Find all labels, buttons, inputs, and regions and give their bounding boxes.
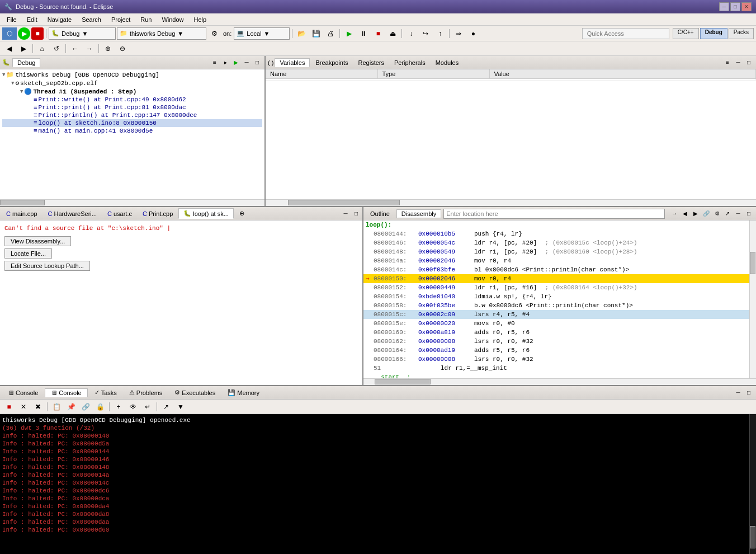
stack-frame-3[interactable]: ≡ loop() at sketch.ino:8 0x8000150 [2,119,262,127]
stack-frame-2[interactable]: ≡ Print::println() at Print.cpp:147 0x80… [2,111,262,119]
quick-access-input[interactable] [582,28,669,39]
dis-row-7[interactable]: 08000154: 0xbde81040 ldmia.w sp!, {r4, l… [363,292,749,301]
maximize-button[interactable]: □ [730,2,740,11]
perspective-packs[interactable]: Packs [729,28,754,39]
vars-minimize-btn[interactable]: ─ [733,58,743,68]
dis-row-14[interactable]: 08000166: 0x00000008 lsrs r0, r0, #32 [363,355,749,364]
source-tab-hardware[interactable]: C HardwareSeri... [43,209,102,219]
console-export-btn[interactable]: ↗ [159,401,173,413]
console-wrap-btn[interactable]: ↵ [141,401,154,413]
console-dropdown-btn[interactable]: ▼ [174,401,187,413]
open-file-button[interactable]: 📂 [295,27,308,40]
dis-prev-button[interactable]: ◀ [680,209,690,219]
source-tab-main[interactable]: C main.cpp [1,209,42,219]
project-combo[interactable]: 📁 thisworks Debug ▼ [117,27,206,40]
dis-row-15[interactable]: 51 ldr r1,=__msp_init [363,364,749,373]
project-settings-button[interactable]: ⚙ [207,27,221,40]
dis-go-button[interactable]: → [669,209,679,219]
tab-modules[interactable]: Modules [431,59,464,67]
vars-collapse-btn[interactable]: ≡ [722,58,733,68]
close-button[interactable]: ✕ [741,2,752,11]
stack-frame-1[interactable]: ≡ Print::print() at Print.cpp:81 0x8000d… [2,104,262,111]
tab-registers[interactable]: Registers [354,59,389,67]
locate-file-button[interactable]: Locate File... [4,248,52,259]
debug-maximize-btn[interactable]: □ [252,58,262,68]
dis-row-9[interactable]: 0800015c: 0x00002c09 lsrs r4, r5, #4 [363,310,749,319]
console-sync-btn[interactable]: 🔗 [79,401,92,413]
step-into-button[interactable]: ↓ [404,27,418,40]
debug-session-item[interactable]: ▼ 📁 thisworks Debug [GDB OpenOCD Debuggi… [2,71,262,79]
perspective-cpp[interactable]: C/C++ [673,28,699,39]
zoom-in-button[interactable]: ⊕ [101,43,115,55]
step-return-button[interactable]: ↑ [433,27,447,40]
source-minimize-btn[interactable]: ─ [341,209,351,219]
perspective-debug[interactable]: Debug [700,28,727,39]
dis-row-13[interactable]: 08000164: 0x0000ad19 adds r5, r5, r6 [363,346,749,355]
dis-row-11[interactable]: 08000160: 0x0000a819 adds r0, r5, r6 [363,328,749,337]
refresh-button[interactable]: ↺ [50,43,63,55]
save-button[interactable]: 💾 [309,27,323,40]
toggle-breakpoint-button[interactable]: ● [466,27,480,40]
console-stop-btn[interactable]: ■ [2,401,16,413]
vars-h-scrollbar[interactable] [266,199,756,206]
tab-variables[interactable]: Variables [275,58,310,67]
edit-source-lookup-button[interactable]: Edit Source Lookup Path... [4,261,90,271]
debug-combo[interactable]: 🐛 Debug ▼ [49,27,116,40]
run-button[interactable]: ▶ [18,27,30,40]
minimize-button[interactable]: ─ [719,2,729,11]
dis-settings-button[interactable]: ⚙ [712,209,722,219]
dis-sync-button[interactable]: 🔗 [701,209,711,219]
console-clear-btn[interactable]: ✕ [17,401,30,413]
resume-button[interactable]: ▶ [342,27,356,40]
menu-file[interactable]: File [2,15,21,24]
menu-window[interactable]: Window [157,15,188,24]
back-button[interactable]: ◀ [2,43,16,55]
menu-edit[interactable]: Edit [22,15,42,24]
dis-row-3[interactable]: 0800014a: 0x00002046 mov r0, r4 [363,256,749,265]
outline-tab[interactable]: Outline [366,210,394,218]
console-pin-btn[interactable]: 📌 [64,401,78,413]
source-tab-loop[interactable]: 🐛 loop() at sk... [178,208,234,219]
tab-peripherals[interactable]: Peripherals [390,59,430,67]
menu-run[interactable]: Run [136,15,156,24]
dis-maximize-btn[interactable]: □ [744,209,754,219]
console-view-btn[interactable]: 👁 [126,401,140,413]
dis-v-scrollbar[interactable] [749,220,756,378]
console-tab-1[interactable]: 🖥 Console [45,388,87,397]
dis-row-12[interactable]: 08000162: 0x00000008 lsrs r0, r0, #32 [363,337,749,346]
debug-collapse-button[interactable]: ≡ [210,58,220,68]
console-scroll-lock-btn[interactable]: 🔒 [93,401,107,413]
console-tab-problems[interactable]: ⚠ Problems [124,388,168,397]
run-to-line-button[interactable]: ⇒ [452,27,465,40]
console-tab-tasks[interactable]: ✓ Tasks [89,388,122,397]
console-copy-btn[interactable]: 📋 [50,401,63,413]
prev-edit-button[interactable]: ← [68,43,82,55]
vars-maximize-btn[interactable]: □ [744,58,754,68]
thread-item[interactable]: ▼ 🔵 Thread #1 (Suspended : Step) [2,87,262,96]
dis-row-1[interactable]: 08000146: 0x0000054c ldr r4, [pc, #20] ;… [363,238,749,247]
pause-button[interactable]: ⏸ [357,27,370,40]
console-maximize-btn[interactable]: □ [744,388,754,398]
terminate-button[interactable]: ■ [371,27,385,40]
console-minimize-btn[interactable]: ─ [733,388,743,398]
location-input[interactable] [443,209,665,219]
console-tab-0[interactable]: 🖥 Console [2,389,44,397]
forward-button[interactable]: ▶ [17,43,30,55]
zoom-out-button[interactable]: ⊖ [116,43,129,55]
debug-minimize-btn[interactable]: ─ [242,58,252,68]
dis-minimize-btn[interactable]: ─ [733,209,743,219]
elf-item[interactable]: ▼ ⚙ sketch_sep02b.cpp.elf [2,79,262,87]
debug-arrow-button[interactable]: ▸ [220,58,230,68]
dis-row-0[interactable]: 08000144: 0x000010b5 push {r4, lr} [363,229,749,238]
dis-h-scrollbar[interactable] [363,378,756,385]
dis-row-5[interactable]: ⇒ 08000150: 0x00002046 mov r0, r4 [363,274,749,283]
menu-project[interactable]: Project [107,15,135,24]
source-tab-print[interactable]: C Print.cpp [138,209,178,219]
stop-button[interactable]: ■ [31,27,44,40]
menu-navigate[interactable]: Navigate [43,15,76,24]
menu-help[interactable]: Help [190,15,211,24]
title-bar-controls[interactable]: ─ □ ✕ [719,2,752,11]
source-tab-add[interactable]: ⊕ [234,208,249,219]
next-edit-button[interactable]: → [83,43,96,55]
disassembly-tab[interactable]: Disassembly [396,209,441,218]
